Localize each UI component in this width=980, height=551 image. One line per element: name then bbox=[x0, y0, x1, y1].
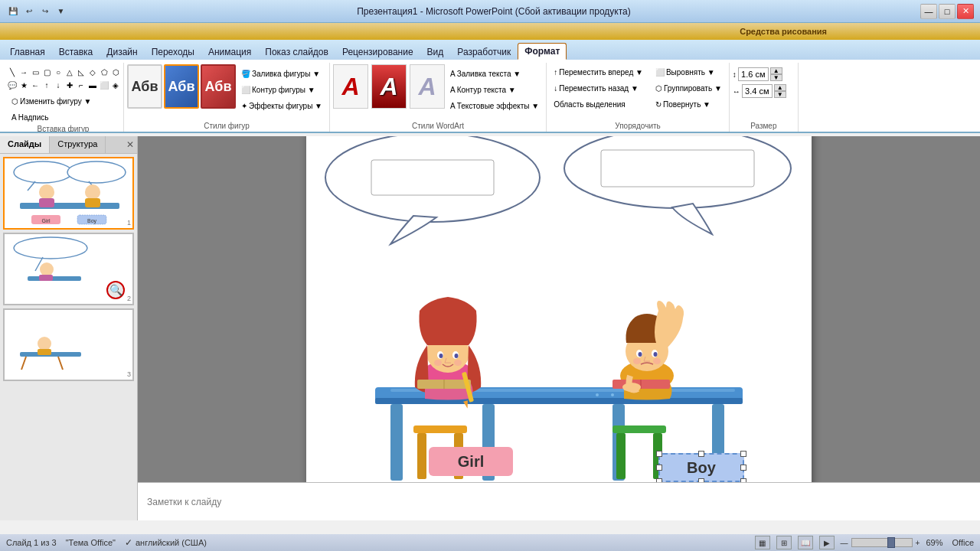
zoom-in-icon[interactable]: + bbox=[916, 539, 920, 547]
change-shape-btn[interactable]: ⬡ Изменить фигуру ▼ bbox=[8, 93, 95, 109]
slideshow-btn[interactable]: ▶ bbox=[819, 536, 835, 549]
text-effects-btn[interactable]: A Текстовые эффекты ▼ bbox=[446, 98, 543, 113]
shape-bracket[interactable]: ⌐ bbox=[75, 79, 87, 91]
shape-cross[interactable]: ✚ bbox=[64, 79, 76, 91]
tab-slides[interactable]: Слайды bbox=[0, 136, 50, 153]
handle-mr[interactable] bbox=[740, 465, 746, 471]
notes-area[interactable]: Заметки к слайду bbox=[138, 482, 980, 520]
text-fill-btn[interactable]: A Заливка текста ▼ bbox=[446, 66, 543, 81]
shape-style-3[interactable]: Абв bbox=[201, 64, 236, 109]
selection-pane-btn[interactable]: Область выделения bbox=[550, 96, 647, 112]
shape-callout[interactable]: 💬 bbox=[6, 79, 18, 91]
shape-cube[interactable]: ⬜ bbox=[98, 79, 110, 91]
tab-structure[interactable]: Структура bbox=[50, 136, 106, 153]
width-down[interactable]: ▼ bbox=[774, 91, 786, 98]
tab-view[interactable]: Вид bbox=[420, 44, 451, 60]
tab-animation[interactable]: Анимация bbox=[201, 44, 258, 60]
width-up[interactable]: ▲ bbox=[774, 84, 786, 91]
zoom-out-icon[interactable]: — bbox=[841, 539, 848, 547]
width-control: ↔ 3.4 см ▲ ▼ bbox=[733, 84, 786, 98]
height-down[interactable]: ▼ bbox=[770, 74, 782, 81]
wordart-a-light[interactable]: A bbox=[410, 64, 445, 109]
shape-outline-btn[interactable]: ⬜ Контур фигуры ▼ bbox=[237, 82, 326, 97]
height-up[interactable]: ▲ bbox=[770, 67, 782, 74]
zoom-control[interactable]: — + bbox=[841, 538, 920, 547]
zoom-thumb[interactable] bbox=[887, 537, 895, 548]
size-group: ↕ 1.6 см ▲ ▼ ↔ 3.4 см ▲ ▼ Размер bbox=[730, 63, 799, 132]
slide-thumb-2[interactable]: 🔍 2 bbox=[3, 233, 134, 305]
speech-bubble-right[interactable] bbox=[559, 136, 796, 236]
quickaccess-undo[interactable]: ↩ bbox=[22, 5, 35, 18]
shape-rtriangle[interactable]: ◺ bbox=[75, 66, 87, 78]
shape-style-1[interactable]: Абв bbox=[127, 64, 162, 109]
handle-bc[interactable] bbox=[698, 478, 704, 482]
wordart-a-red[interactable]: A bbox=[333, 64, 368, 109]
wordart-a-gradient[interactable]: A bbox=[371, 64, 407, 109]
handle-tr[interactable] bbox=[740, 451, 746, 457]
minimize-button[interactable]: — bbox=[920, 4, 937, 19]
slide-thumb-1[interactable]: Girl Boy 1 bbox=[3, 157, 134, 230]
maximize-button[interactable]: □ bbox=[939, 4, 956, 19]
tab-developer[interactable]: Разработчик bbox=[450, 44, 518, 60]
shape-triangle[interactable]: △ bbox=[64, 66, 76, 78]
shape-pentagon[interactable]: ⬠ bbox=[98, 66, 110, 78]
shape-star[interactable]: ★ bbox=[18, 79, 30, 91]
rotate-btn[interactable]: ↻Повернуть ▼ bbox=[652, 96, 726, 112]
tab-insert[interactable]: Вставка bbox=[52, 44, 100, 60]
shape-rect[interactable]: ▭ bbox=[29, 66, 41, 78]
shape-stripe[interactable]: ▬ bbox=[87, 79, 99, 91]
slide-canvas[interactable]: Girl Boy bbox=[306, 136, 812, 482]
tab-format[interactable]: Формат bbox=[518, 43, 567, 60]
slide-2-number: 2 bbox=[127, 295, 131, 302]
slide-canvas-wrapper[interactable]: Girl Boy bbox=[138, 136, 980, 482]
slide-thumb-3[interactable]: 3 bbox=[3, 308, 134, 381]
shape-rrect[interactable]: ▢ bbox=[41, 66, 53, 78]
shape-arrow-l[interactable]: ← bbox=[29, 79, 41, 91]
shape-effects-btn[interactable]: ✦ Эффекты фигуры ▼ bbox=[237, 98, 326, 113]
shape-arrow-u[interactable]: ↑ bbox=[41, 79, 53, 91]
tab-home[interactable]: Главная bbox=[3, 44, 52, 60]
group-btn[interactable]: ⬡Группировать ▼ bbox=[652, 80, 726, 96]
height-input[interactable]: 1.6 см bbox=[738, 67, 769, 81]
text-box-btn[interactable]: A Надпись bbox=[8, 109, 95, 125]
align-btn[interactable]: ⬜Выровнять ▼ bbox=[652, 64, 726, 80]
width-input[interactable]: 3.4 см bbox=[742, 84, 773, 98]
shape-fill-btn[interactable]: 🪣 Заливка фигуры ▼ bbox=[237, 66, 326, 81]
boy-label[interactable]: Boy bbox=[658, 453, 744, 482]
tab-transitions[interactable]: Переходы bbox=[145, 44, 201, 60]
language-info[interactable]: ✓ английский (США) bbox=[125, 537, 207, 548]
svg-rect-52 bbox=[612, 425, 666, 433]
slide-sorter-btn[interactable]: ⊞ bbox=[776, 536, 792, 549]
girl-label[interactable]: Girl bbox=[429, 447, 513, 476]
shape-hex[interactable]: ⬡ bbox=[109, 66, 122, 78]
shape-style-2[interactable]: Абв bbox=[164, 64, 199, 109]
shape-line[interactable]: ╲ bbox=[6, 66, 18, 78]
handle-ml[interactable] bbox=[656, 465, 662, 471]
shape-arrow-r[interactable]: → bbox=[18, 66, 30, 78]
shape-oval[interactable]: ○ bbox=[52, 66, 64, 78]
normal-view-btn[interactable]: ▦ bbox=[755, 536, 770, 549]
send-back-btn[interactable]: ↓Переместить назад ▼ bbox=[550, 80, 647, 96]
text-outline-btn[interactable]: A Контур текста ▼ bbox=[446, 82, 543, 97]
reading-view-btn[interactable]: 📖 bbox=[798, 536, 813, 549]
svg-point-13 bbox=[14, 237, 87, 259]
handle-tl[interactable] bbox=[656, 451, 662, 457]
sidebar-close-btn[interactable]: ✕ bbox=[123, 136, 137, 153]
svg-rect-29 bbox=[390, 404, 403, 481]
close-button[interactable]: ✕ bbox=[957, 4, 974, 19]
handle-br[interactable] bbox=[740, 478, 746, 482]
tab-design[interactable]: Дизайн bbox=[100, 44, 144, 60]
quickaccess-redo[interactable]: ↪ bbox=[38, 5, 51, 18]
handle-tc[interactable] bbox=[698, 451, 704, 457]
quickaccess-save[interactable]: 💾 bbox=[6, 5, 19, 18]
quickaccess-dropdown[interactable]: ▼ bbox=[54, 5, 67, 18]
shape-arrow-d[interactable]: ↓ bbox=[52, 79, 64, 91]
shape-misc[interactable]: ◈ bbox=[109, 79, 122, 91]
tab-review[interactable]: Рецензирование bbox=[335, 44, 420, 60]
zoom-slider[interactable] bbox=[851, 538, 913, 547]
handle-bl[interactable] bbox=[656, 478, 662, 482]
shape-diamond[interactable]: ◇ bbox=[87, 66, 99, 78]
svg-point-47 bbox=[454, 360, 462, 366]
bring-forward-btn[interactable]: ↑Переместить вперед ▼ bbox=[550, 64, 647, 80]
tab-slideshow[interactable]: Показ слайдов bbox=[258, 44, 335, 60]
